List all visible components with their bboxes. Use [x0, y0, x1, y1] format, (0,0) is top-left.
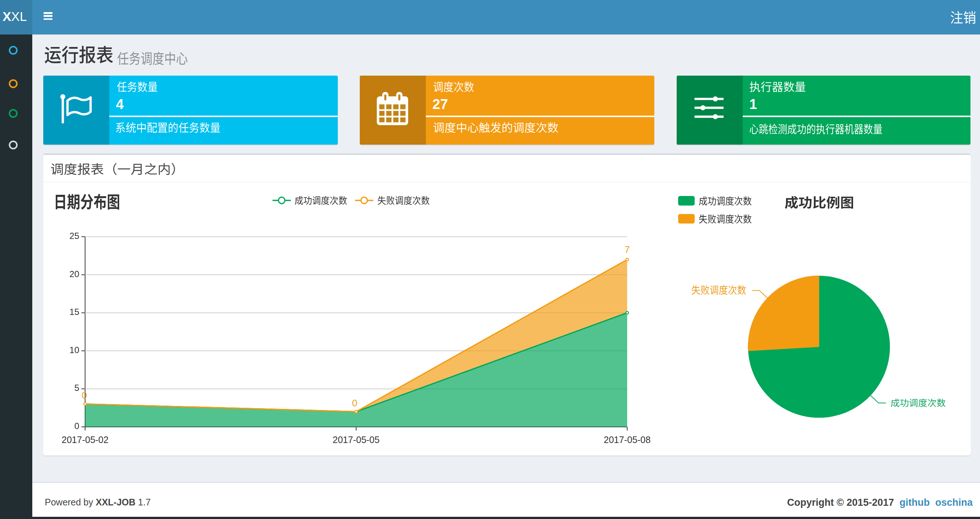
svg-text:10: 10 [69, 345, 79, 355]
svg-text:5: 5 [75, 383, 79, 393]
svg-text:20: 20 [69, 269, 79, 279]
svg-text:2017-05-08: 2017-05-08 [604, 434, 651, 445]
svg-text:0: 0 [75, 421, 79, 431]
svg-text:2017-05-05: 2017-05-05 [332, 434, 380, 445]
svg-text:2017-05-02: 2017-05-02 [62, 434, 108, 445]
svg-text:25: 25 [69, 231, 79, 241]
svg-text:0: 0 [82, 390, 87, 401]
svg-text:7: 7 [625, 244, 630, 255]
svg-text:0: 0 [352, 398, 357, 409]
svg-text:15: 15 [69, 307, 79, 317]
